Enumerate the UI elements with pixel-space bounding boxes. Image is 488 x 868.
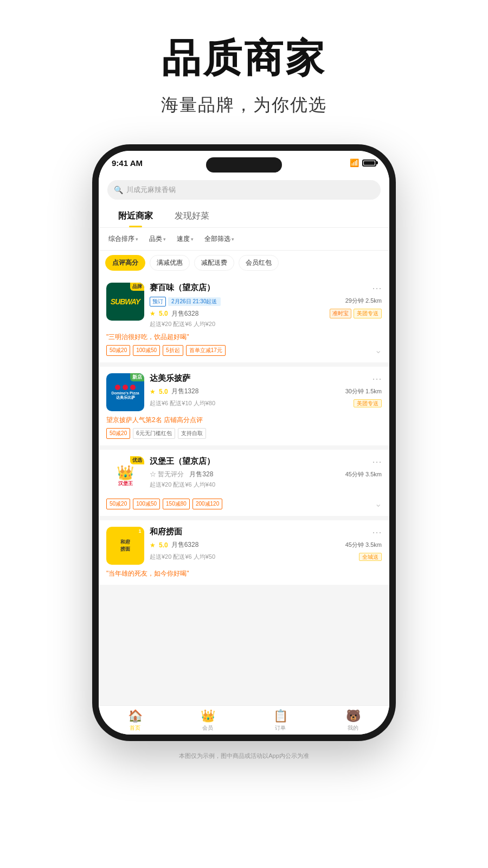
tag-discount[interactable]: 满减优惠 [150,255,190,271]
restaurant-card-subway[interactable]: SUBWAY 品牌 赛百味（望京店） ⋯ 预订 2月26日 21:30起送 [99,276,389,362]
rating: 5.0 [159,310,168,317]
member-icon: 👑 [201,709,215,723]
review-text: 望京披萨人气第2名 店铺高分点评 [106,416,382,425]
wifi-icon: 📶 [350,158,359,167]
promo-tag: 200减120 [192,499,222,509]
profile-label: 我的 [348,724,358,732]
promo-tag: 50减20 [106,499,130,509]
page-subtitle: 海量品牌，为你优选 [161,93,327,117]
rating: 5.0 [159,388,168,395]
no-rating: ☆ 暂无评分 [150,470,184,479]
promo-tags: 50减20 100减50 5折起 首单立减17元 ⌄ [106,345,382,356]
bottom-nav: 🏠 首页 👑 会员 📋 订单 🐻 我的 [99,705,389,735]
promo-tags: 50减20 100减50 150减80 200减120 ⌄ [106,499,382,509]
star-icon: ★ [150,541,156,549]
nav-home[interactable]: 🏠 首页 [99,706,171,735]
promo-tag: 6元无门槛红包 [133,428,175,439]
monthly-sales: 月售6328 [171,540,199,550]
restaurant-card-hefu[interactable]: 和府捞面 1 和府捞面 ⋯ ★ 5.0 月售6328 45分 [99,520,389,585]
delivery-time-dist: 29分钟 2.5km [345,297,382,305]
more-icon[interactable]: ⋯ [372,283,382,293]
status-icons: 📶 [350,158,376,167]
hefu-name: 和府捞面 [150,527,182,537]
search-text: 川成元麻辣香锅 [126,185,176,195]
hefu-logo-wrap: 和府捞面 1 [106,527,144,565]
orders-icon: 📋 [273,709,288,723]
promo-tag: 150减80 [163,499,190,509]
meituan-badge: 美团专送 [354,399,382,407]
delivery-time: 30分钟 1.5km [345,387,382,395]
promo-tag: 100减50 [133,499,160,509]
filter-row: 综合排序 ▾ 品类 ▾ 速度 ▾ 全部筛选 ▾ [99,228,389,251]
bk-name: 汉堡王（望京店） [150,456,215,467]
ontime-badge: 准时宝 [330,309,351,318]
phone-notch [206,157,282,173]
delivery-fee-info: 起送¥20 配送¥6 人均¥20 [150,320,382,328]
expand-arrow[interactable]: ⌄ [375,499,382,509]
tabs-row: 附近商家 发现好菜 [99,205,389,228]
promo-tag: 5折起 [163,345,183,356]
dominos-name: 达美乐披萨 [150,373,190,384]
expand-arrow[interactable]: ⌄ [375,345,382,356]
tab-discover[interactable]: 发现好菜 [164,205,220,227]
review-text: "当年雄的死友，如今你好喝" [106,569,382,578]
nav-profile[interactable]: 🐻 我的 [317,706,389,735]
dominos-info: 达美乐披萨 ⋯ ★ 5.0 月售1328 30分钟 1.5km [150,373,382,407]
filter-sort[interactable]: 综合排序 ▾ [105,232,142,246]
more-icon[interactable]: ⋯ [372,374,382,384]
home-icon: 🏠 [128,709,143,723]
brand-badge: 品牌 [130,283,144,291]
hefu-info: 和府捞面 ⋯ ★ 5.0 月售6328 45分钟 3.5km 起送¥20 配送¥… [150,527,382,561]
new-badge: 新店 [130,373,144,381]
profile-icon: 🐻 [346,709,361,723]
monthly-sales: 月售1328 [171,387,199,396]
promo-tags: 50减20 6元无门槛红包 支持自取 [106,428,382,439]
promo-tag: 首单立减17元 [186,345,226,356]
schedule-date: 2月26日 21:30起送 [168,297,221,306]
delivery-fee-info: 起送¥20 配送¥6 人均¥50 [150,553,215,561]
search-area: 🔍 川成元麻辣香锅 [99,175,389,205]
filter-all[interactable]: 全部筛选 ▾ [201,232,237,246]
home-label: 首页 [130,724,140,732]
youxuan-badge: 优选 [130,456,144,464]
more-icon[interactable]: ⋯ [372,457,382,467]
nav-orders[interactable]: 📋 订单 [244,706,317,735]
member-label: 会员 [202,724,213,732]
nav-member[interactable]: 👑 会员 [171,706,244,735]
subway-info: 赛百味（望京店） ⋯ 预订 2月26日 21:30起送 29分钟 2.5km ★ [150,283,382,328]
bk-logo: 👑 汉堡王 优选 [106,456,144,494]
battery-icon [362,159,376,167]
preorder-label: 预订 [150,297,166,307]
filter-category[interactable]: 品类 ▾ [146,232,169,246]
delivery-time: 45分钟 3.5km [345,470,382,478]
promo-tag: 支持自取 [178,428,206,439]
delivery-time: 45分钟 3.5km [345,541,382,549]
tag-member-coupon[interactable]: 会员红包 [239,255,279,271]
restaurant-card-bk[interactable]: 👑 汉堡王 优选 汉堡王（望京店） ⋯ ☆ 暂无评分 月售328 [99,450,389,516]
subway-logo: SUBWAY 品牌 [106,283,144,321]
promo-tag: 100减50 [133,345,160,356]
tag-high-rating[interactable]: 点评高分 [105,255,145,271]
search-box[interactable]: 🔍 川成元麻辣香锅 [107,180,381,200]
quancheng-badge: 全城送 [359,553,382,561]
tags-row: 点评高分 满减优惠 减配送费 会员红包 [99,251,389,276]
delivery-fee-info: 起送¥6 配送¥10 人均¥80 [150,399,215,407]
tab-nearby[interactable]: 附近商家 [107,205,164,227]
delivery-fee-info: 起送¥20 配送¥6 人均¥40 [150,481,382,489]
bk-info: 汉堡王（望京店） ⋯ ☆ 暂无评分 月售328 45分钟 3.5km 起送¥20… [150,456,382,489]
phone-screen: 9:41 AM 📶 🔍 川成元麻辣香锅 附近商家 发现好菜 综合排序 [99,151,389,735]
restaurant-list: SUBWAY 品牌 赛百味（望京店） ⋯ 预订 2月26日 21:30起送 [99,276,389,705]
monthly-sales: 月售328 [189,470,213,479]
page-title: 品质商家 [161,33,327,85]
footer-note: 本图仅为示例，图中商品或活动以App内公示为准 [179,752,309,760]
meituan-badge: 美团专送 [354,309,382,318]
more-icon[interactable]: ⋯ [372,527,382,537]
restaurant-card-dominos[interactable]: Domino's Pizza达美乐比萨 新店 达美乐披萨 ⋯ ★ 5.0 月售1… [99,367,389,445]
rating: 5.0 [159,541,168,549]
subway-name: 赛百味（望京店） [150,283,215,293]
filter-speed[interactable]: 速度 ▾ [174,232,197,246]
review-text: "三明治很好吃，饮品超好喝" [106,333,382,342]
promo-tag: 50减20 [106,428,130,439]
phone-mockup: 9:41 AM 📶 🔍 川成元麻辣香锅 附近商家 发现好菜 综合排序 [92,144,396,741]
tag-free-delivery[interactable]: 减配送费 [194,255,234,271]
